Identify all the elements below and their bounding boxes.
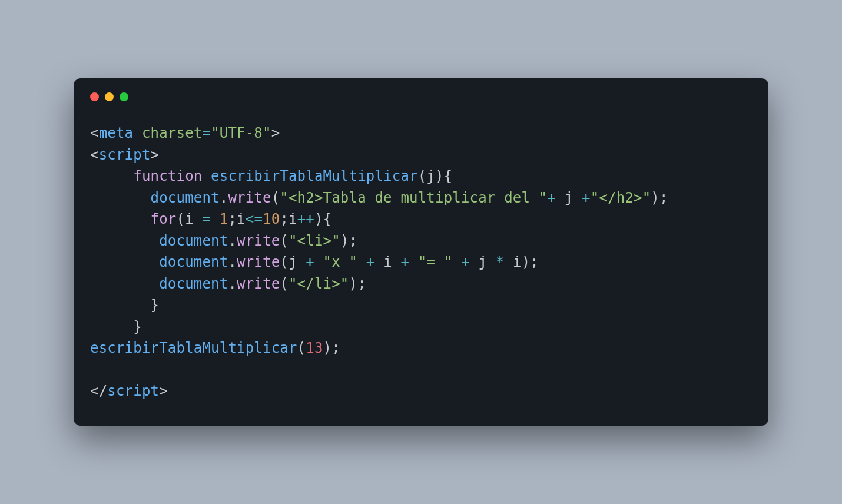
code-token: "x " [323, 254, 358, 270]
code-token [357, 254, 366, 270]
code-token: document [159, 254, 228, 270]
code-token: ( [280, 233, 289, 249]
code-token [90, 276, 159, 292]
code-token: ; [228, 211, 237, 227]
code-token: write [228, 190, 271, 206]
code-token: i [383, 254, 400, 270]
code-token: . [228, 233, 237, 249]
code-token: + [461, 254, 478, 270]
code-token: ; [280, 211, 289, 227]
code-token: } [133, 319, 142, 335]
code-token: ); [340, 233, 357, 249]
code-token: write [237, 254, 280, 270]
code-token: "</h2>" [591, 190, 651, 206]
close-icon[interactable] [90, 92, 99, 101]
code-token [90, 254, 159, 270]
code-token: "UTF-8" [211, 125, 271, 141]
code-token: "<h2>Tabla de multiplicar del " [280, 190, 547, 206]
code-token: < [90, 125, 99, 141]
code-token: ); [651, 190, 668, 206]
code-token: j [565, 190, 582, 206]
code-token: * [496, 254, 513, 270]
code-window: <meta charset="UTF-8"> <script> function… [74, 78, 768, 425]
code-token: . [228, 276, 237, 292]
code-token: script [99, 147, 151, 163]
code-token: ++ [297, 211, 314, 227]
code-token: ( [297, 340, 306, 356]
code-token: meta [99, 125, 134, 141]
code-token: j [289, 254, 306, 270]
code-token: "= " [418, 254, 453, 270]
code-token: </ [90, 383, 107, 399]
code-token: i [513, 254, 522, 270]
code-token: ( [280, 254, 289, 270]
minimize-icon[interactable] [105, 92, 114, 101]
code-token: i [237, 211, 246, 227]
code-token: . [228, 254, 237, 270]
code-token: for [151, 211, 177, 227]
code-block: <meta charset="UTF-8"> <script> function… [90, 122, 752, 402]
code-token [90, 211, 151, 227]
code-token: + [366, 254, 383, 270]
code-token: = [202, 211, 219, 227]
code-token: charset [142, 125, 203, 141]
code-token: 1 [220, 211, 228, 227]
code-token: ){ [314, 211, 332, 227]
code-token: write [237, 233, 280, 249]
code-token [133, 125, 142, 141]
code-token: ); [349, 276, 366, 292]
code-token: ( [280, 276, 289, 292]
code-token [202, 168, 211, 184]
code-token: . [220, 190, 228, 206]
code-token: 13 [306, 340, 323, 356]
code-token: write [237, 276, 280, 292]
code-token: > [159, 383, 168, 399]
code-token: + [400, 254, 417, 270]
code-token: > [271, 125, 280, 141]
code-token: document [159, 233, 228, 249]
code-token: < [90, 147, 99, 163]
code-token [90, 233, 159, 249]
code-token: document [151, 190, 220, 206]
code-token: + [306, 254, 323, 270]
code-token: escribirTablaMultiplicar [211, 168, 418, 184]
code-token: ( [418, 168, 427, 184]
code-token: ){ [435, 168, 452, 184]
code-token: ( [177, 211, 185, 227]
code-token: <= [246, 211, 263, 227]
code-token: function [133, 168, 202, 184]
code-token [90, 319, 133, 335]
code-token: "<li>" [289, 233, 340, 249]
code-token [90, 190, 151, 206]
code-token: + [582, 190, 591, 206]
code-token: ( [271, 190, 280, 206]
code-token: > [151, 147, 160, 163]
code-token: + [547, 190, 564, 206]
code-token: escribirTablaMultiplicar [90, 340, 297, 356]
code-token [90, 297, 151, 313]
code-token: ); [522, 254, 539, 270]
code-token: = [202, 125, 211, 141]
code-token: } [151, 297, 160, 313]
code-token: ); [323, 340, 340, 356]
code-token: i [289, 211, 297, 227]
code-token: 10 [263, 211, 280, 227]
code-token [452, 254, 461, 270]
code-token: document [159, 276, 228, 292]
code-token: i [185, 211, 202, 227]
code-token: script [107, 383, 159, 399]
code-token: j [478, 254, 495, 270]
maximize-icon[interactable] [120, 92, 128, 101]
code-token: "</li>" [289, 276, 349, 292]
code-token: j [426, 168, 435, 184]
code-token [90, 168, 133, 184]
window-titlebar [90, 92, 752, 101]
